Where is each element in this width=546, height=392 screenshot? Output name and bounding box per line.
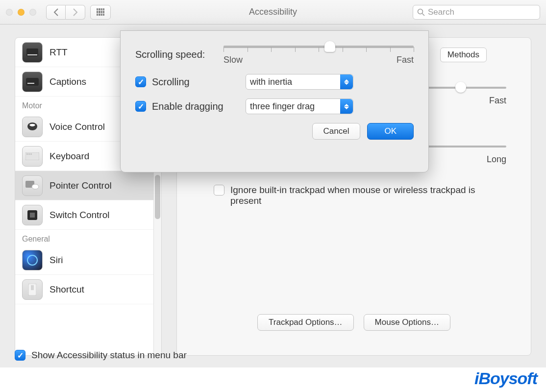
tab-methods[interactable]: Methods [440,48,487,62]
rtt-icon [22,42,43,63]
sidebar-item-siri[interactable]: Siri [15,245,161,275]
sidebar-item-label: Voice Control [50,122,105,132]
menubar-status-row: Show Accessibility status in menu bar [15,350,187,361]
nav-back-forward [46,5,85,20]
sidebar-item-switch-control[interactable]: Switch Control [15,200,161,230]
menubar-status-label: Show Accessibility status in menu bar [31,350,187,361]
scrolling-row: Scrolling with inertia [135,74,414,90]
ignore-trackpad-checkbox[interactable] [214,185,224,196]
svg-rect-4 [26,78,39,86]
cancel-button[interactable]: Cancel [312,123,361,140]
captions-icon [22,72,43,92]
svg-rect-5 [27,83,34,84]
minimize-window-icon[interactable] [18,9,25,16]
dragging-select-value: three finger drag [250,101,315,112]
scrolling-select-value: with inertia [250,77,292,87]
watermark: iBoysoft [474,369,537,388]
dragging-select[interactable]: three finger drag [246,98,353,114]
mouse-options-button[interactable]: Mouse Options… [364,314,450,331]
dragging-label: Enable dragging [152,101,223,112]
svg-rect-8 [26,153,28,155]
ok-button[interactable]: OK [367,123,414,140]
panel-buttons: Trackpad Options… Mouse Options… [177,314,531,331]
sidebar-item-label: RTT [50,47,68,58]
dragging-checkbox[interactable] [135,101,146,112]
scroll-speed-row: Scrolling speed: Slow Fast [135,44,414,65]
chevron-left-icon [53,8,59,16]
sidebar-item-shortcut[interactable]: Shortcut [15,275,161,304]
voice-control-icon [22,117,43,137]
window-title: Accessibility [249,7,297,17]
sidebar-item-label: Captions [50,76,86,87]
svg-line-1 [422,13,425,16]
sidebar-item-pointer-control[interactable]: Pointer Control [15,171,161,200]
back-button[interactable] [46,5,66,20]
pointer-control-icon [22,175,43,196]
scrollbar-thumb[interactable] [155,175,160,219]
zoom-window-icon[interactable] [29,9,36,16]
siri-icon [22,250,43,270]
slider-label-slow: Slow [223,55,243,65]
svg-rect-10 [30,153,32,155]
svg-rect-3 [27,54,37,55]
sidebar-item-label: Keyboard [50,151,89,162]
forward-button[interactable] [66,5,85,20]
svg-rect-9 [28,153,30,155]
sidebar-item-label: Shortcut [50,284,84,295]
slider-thumb[interactable] [455,82,466,93]
window-controls [6,9,36,16]
trackpad-options-sheet: Scrolling speed: Slow Fast Scrolling wit… [120,30,429,172]
slider-label-long: Long [487,154,506,165]
shortcut-icon [22,279,43,300]
switch-control-icon [22,205,43,225]
sidebar-item-label: Pointer Control [50,180,112,191]
slider-label-fast: Fast [489,96,506,106]
close-window-icon[interactable] [6,9,13,16]
select-arrows-icon [340,99,353,114]
scroll-speed-slider[interactable]: Slow Fast [223,44,414,65]
menubar-status-checkbox[interactable] [15,350,25,361]
grid-icon [97,8,104,16]
svg-rect-14 [30,213,35,218]
show-all-button[interactable] [90,5,111,20]
modal-buttons: Cancel OK [135,123,414,140]
ignore-trackpad-label: Ignore built-in trackpad when mouse or w… [230,185,506,206]
svg-point-12 [32,184,39,189]
ignore-trackpad-row: Ignore built-in trackpad when mouse or w… [214,185,506,206]
scroll-speed-label: Scrolling speed: [135,49,223,60]
svg-point-15 [27,255,37,265]
sidebar-section-general: General [15,230,161,245]
slider-label-fast: Fast [397,55,414,65]
select-arrows-icon [340,74,353,89]
chevron-right-icon [73,8,78,16]
scrolling-label: Scrolling [152,76,190,88]
sidebar-item-label: Switch Control [50,210,110,220]
keyboard-icon [22,146,43,167]
search-placeholder: Search [428,7,454,17]
scrolling-checkbox[interactable] [135,76,146,87]
slider-thumb[interactable] [324,41,335,52]
dragging-row: Enable dragging three finger drag [135,98,414,114]
search-field[interactable]: Search [413,5,540,20]
svg-rect-17 [31,285,34,290]
search-icon [417,8,425,16]
toolbar: Accessibility Search [0,0,546,24]
trackpad-options-button[interactable]: Trackpad Options… [257,314,354,331]
svg-point-0 [418,9,423,14]
sidebar-item-label: Siri [50,255,63,266]
scrolling-select[interactable]: with inertia [246,74,353,90]
